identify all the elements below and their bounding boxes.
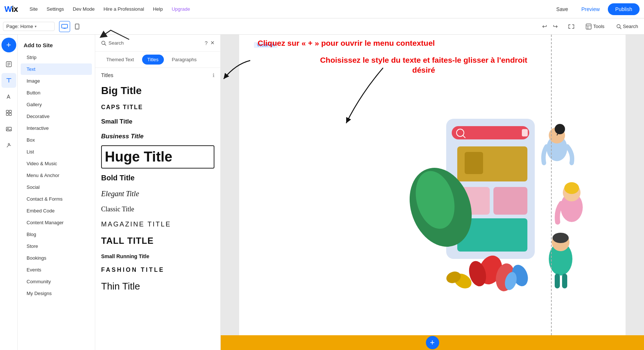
panel-item-image[interactable]: Image [21,75,92,87]
second-bar: Page: Home ▾ ↩ ↪ Tools Search [0,18,644,35]
svg-rect-17 [6,127,11,131]
search-button[interactable]: Search [613,22,641,31]
svg-rect-23 [452,126,529,139]
text-item-huge-title[interactable]: Huge Title [101,145,214,169]
text-item-running-title[interactable]: Small Running Title [95,250,220,263]
panel-item-strip[interactable]: Strip [21,52,92,63]
svg-line-21 [105,44,106,45]
nav-upgrade[interactable]: Upgrade [167,0,194,18]
text-item-big-title[interactable]: Big Title [95,81,220,100]
text-panel-header: Search ? × [95,35,220,52]
text-item-business-title[interactable]: Business Title [95,129,220,144]
canvas-area: Cliquez sur « + » pour ouvrir le menu co… [221,35,644,350]
panel-item-social[interactable]: Social [21,181,92,193]
apps-icon [6,110,12,116]
redo-button[interactable]: ↪ [551,21,560,31]
sidebar-fonts-button[interactable] [1,89,16,104]
text-item-caps-title[interactable]: CAPS TITLE [95,100,220,114]
svg-rect-13 [6,110,8,112]
nav-hire[interactable]: Hire a Professional [99,0,149,18]
tab-themed-text[interactable]: Themed Text [101,55,139,65]
panel-item-gallery[interactable]: Gallery [21,99,92,110]
add-panel: Add to Site Strip Text Image Button Gall… [18,35,95,350]
svg-line-8 [620,27,621,29]
panel-item-interactive[interactable]: Interactive [21,122,92,134]
media-icon [6,126,12,132]
text-item-classic-title[interactable]: Classic Title [95,202,220,217]
panel-search-icon [101,41,106,46]
desktop-view-button[interactable] [59,21,70,32]
tools-button[interactable]: Tools [583,22,607,31]
nav-settings[interactable]: Settings [42,0,68,18]
tab-titles[interactable]: Titles [142,55,164,65]
text-section-label: Titles [101,72,113,78]
page-label: Page: [6,24,19,29]
close-icon[interactable]: × [210,39,214,47]
tools-icon [586,24,592,30]
text-item-elegant-title[interactable]: Elegant Title [95,186,220,202]
svg-point-44 [552,233,569,243]
page-selector[interactable]: Page: Home ▾ [3,22,55,31]
nav-help[interactable]: Help [148,0,167,18]
panel-item-text[interactable]: Text [21,63,92,75]
mobile-view-button[interactable] [72,21,83,32]
text-item-thin-title[interactable]: Thin Title [95,277,220,296]
panel-item-video[interactable]: Video & Music [21,158,92,169]
panel-item-list[interactable]: List [21,146,92,157]
page-name: Home [20,24,33,29]
panel-item-button[interactable]: Button [21,87,92,98]
text-panel-header-icons: ? × [205,39,214,47]
view-icons [59,21,83,32]
svg-point-3 [77,28,78,29]
text-panel-search[interactable]: Search [101,40,124,46]
fonts-icon [6,93,12,100]
sidebar-pages-button[interactable] [1,57,16,72]
info-icon: ℹ [213,72,214,78]
panel-item-mydesigns[interactable]: My Designs [21,288,92,299]
zoom-fit-button[interactable] [566,22,577,31]
svg-point-39 [564,182,579,194]
panel-item-bookings[interactable]: Bookings [21,252,92,264]
sidebar-apps-button[interactable] [1,105,16,120]
svg-rect-26 [522,129,528,136]
svg-point-36 [555,124,565,134]
top-bar: Wix Site Settings Dev Mode Hire a Profes… [0,0,644,18]
sidebar-design-button[interactable] [1,138,16,153]
panel-item-decorative[interactable]: Decorative [21,111,92,122]
nav-devmode[interactable]: Dev Mode [68,0,99,18]
text-item-bold-title[interactable]: Bold Title [95,170,220,186]
panel-item-blog[interactable]: Blog [21,229,92,240]
panel-item-embed[interactable]: Embed Code [21,205,92,216]
panel-item-events[interactable]: Events [21,264,92,276]
sidebar-media-button[interactable] [1,122,16,136]
save-button[interactable]: Save [551,4,573,14]
panel-item-box[interactable]: Box [21,134,92,146]
text-item-magazine-title[interactable]: MAGAZINE TITLE [95,217,220,232]
text-item-small-title[interactable]: Small Title [95,114,220,129]
tab-paragraphs[interactable]: Paragraphs [167,55,202,65]
panel-item-menu-anchor[interactable]: Menu & Anchor [21,170,92,181]
illustration [355,35,626,350]
search-icon [616,24,621,29]
panel-item-store[interactable]: Store [21,240,92,252]
second-bar-right: ↩ ↪ Tools Search [540,21,641,31]
panel-item-content-manager[interactable]: Content Manager [21,217,92,228]
svg-rect-16 [9,113,11,115]
sidebar-text-button[interactable] [1,73,16,88]
help-icon[interactable]: ? [205,40,208,46]
text-item-tall-title[interactable]: TALL TITLE [95,232,220,250]
text-item-fashion-title[interactable]: FASHION TITLE [95,263,220,277]
undo-button[interactable]: ↩ [540,21,549,31]
panel-item-contact[interactable]: Contact & Forms [21,193,92,205]
nav-site[interactable]: Site [25,0,42,18]
preview-button[interactable]: Preview [576,4,605,14]
svg-rect-0 [62,24,68,28]
panel-item-community[interactable]: Community [21,276,92,287]
bottom-bar: + [221,335,644,350]
svg-rect-4 [586,24,591,29]
add-button[interactable]: + [1,38,16,52]
publish-button[interactable]: Publish [608,3,640,15]
text-panel: Search ? × Themed Text Titles Paragraphs… [95,35,221,350]
tools-label: Tools [593,24,604,29]
bottom-add-button[interactable]: + [426,336,439,349]
